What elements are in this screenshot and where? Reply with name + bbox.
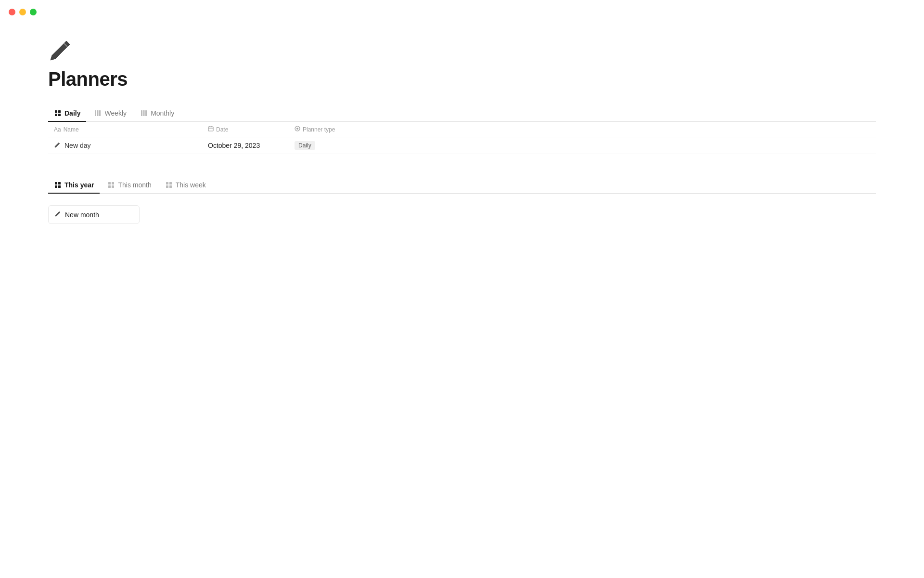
svg-rect-7 [141, 110, 142, 116]
svg-rect-24 [166, 182, 168, 184]
table-row[interactable]: New day October 29, 2023 Daily [48, 137, 876, 154]
maximize-button[interactable] [30, 9, 37, 15]
cell-date: October 29, 2023 [202, 137, 289, 154]
tab-monthly-label: Monthly [151, 109, 174, 117]
minimize-button[interactable] [19, 9, 26, 15]
close-button[interactable] [9, 9, 15, 15]
tab-this-month[interactable]: This month [102, 177, 157, 194]
tab-monthly[interactable]: Monthly [134, 105, 180, 122]
svg-rect-22 [108, 185, 111, 188]
col-name-label: Name [64, 126, 79, 133]
tab-daily-label: Daily [64, 109, 80, 117]
date-col-icon [208, 126, 214, 133]
cell-type: Daily [289, 137, 395, 154]
svg-rect-25 [169, 182, 172, 184]
type-col-icon [295, 126, 300, 133]
type-badge: Daily [295, 141, 315, 150]
traffic-lights [9, 9, 37, 15]
row-icon-pencil [54, 142, 61, 150]
gallery-icon-week [165, 181, 173, 189]
gallery-card-new-month[interactable]: New month [48, 205, 140, 224]
table-icon-weekly [94, 109, 102, 117]
svg-rect-21 [112, 182, 114, 184]
gallery-icon-year [54, 181, 62, 189]
svg-rect-19 [58, 185, 61, 188]
svg-rect-18 [55, 185, 57, 188]
card-label: New month [65, 211, 99, 219]
svg-rect-4 [95, 110, 96, 116]
tab-this-month-label: This month [118, 181, 151, 189]
gallery-icon-month [107, 181, 115, 189]
svg-rect-26 [166, 185, 168, 188]
svg-rect-8 [143, 110, 145, 116]
col-date-label: Date [216, 126, 228, 133]
col-header-name: Aa Name [48, 122, 202, 137]
tab-daily[interactable]: Daily [48, 105, 86, 122]
col-type-label: Planner type [303, 126, 335, 133]
gallery-tabs: This year This month [48, 177, 876, 194]
page-icon [48, 39, 876, 63]
page-title: Planners [48, 68, 876, 90]
svg-rect-0 [55, 110, 57, 113]
gallery-section: This year This month [48, 177, 876, 228]
daily-tab-group: Daily Weekly [48, 105, 876, 154]
svg-rect-1 [58, 110, 61, 113]
tab-weekly[interactable]: Weekly [88, 105, 132, 122]
svg-rect-20 [108, 182, 111, 184]
col-header-date: Date [202, 122, 289, 137]
svg-rect-10 [208, 127, 213, 131]
cell-name: New day [48, 137, 202, 154]
name-col-icon: Aa [54, 126, 61, 133]
col-header-empty [395, 122, 876, 137]
cell-empty [395, 137, 876, 154]
svg-rect-6 [99, 110, 101, 116]
tab-this-week[interactable]: This week [159, 177, 212, 194]
gallery-grid: New month [48, 201, 876, 228]
card-icon-pencil [54, 210, 61, 219]
tab-this-year[interactable]: This year [48, 177, 100, 194]
svg-rect-23 [112, 185, 114, 188]
table-icon [54, 109, 62, 117]
svg-rect-2 [55, 114, 57, 116]
svg-rect-17 [58, 182, 61, 184]
svg-rect-3 [58, 114, 61, 116]
row-name-value: New day [64, 142, 90, 149]
svg-rect-16 [55, 182, 57, 184]
tab-this-year-label: This year [64, 181, 94, 189]
svg-rect-27 [169, 185, 172, 188]
svg-rect-5 [97, 110, 99, 116]
main-content: Planners Daily [0, 0, 924, 257]
daily-tabs: Daily Weekly [48, 105, 876, 122]
tab-this-week-label: This week [176, 181, 206, 189]
tab-weekly-label: Weekly [104, 109, 127, 117]
col-header-type: Planner type [289, 122, 395, 137]
svg-point-15 [296, 128, 298, 130]
daily-table: Aa Name [48, 122, 876, 154]
svg-rect-9 [145, 110, 147, 116]
table-icon-monthly [140, 109, 148, 117]
